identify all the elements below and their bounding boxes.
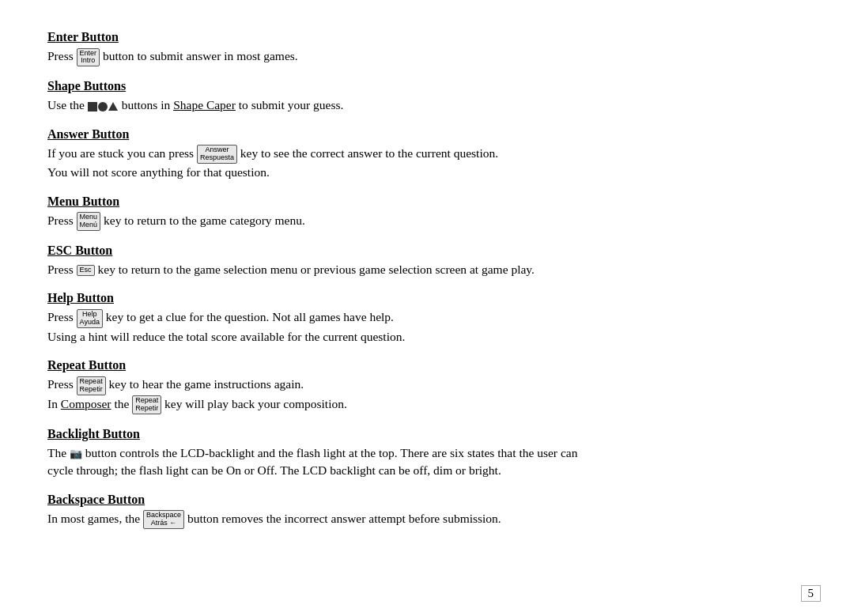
help-key: HelpAyuda [77, 309, 103, 328]
esc-key: Esc [77, 265, 95, 276]
page-number: 5 [801, 585, 822, 602]
backspace-button-body: In most games, the BackspaceAtrás ← butt… [47, 510, 807, 529]
section-repeat-button: Repeat Button Press RepeatRepetir key to… [47, 358, 807, 414]
section-backspace-button: Backspace Button In most games, the Back… [47, 493, 807, 529]
repeat-key-1: RepeatRepetir [77, 376, 106, 395]
answer-button-title: Answer Button [47, 127, 807, 142]
camera-icon: 📷 [70, 447, 82, 462]
repeat-key-2: RepeatRepetir [132, 395, 161, 414]
backspace-key: BackspaceAtrás ← [143, 510, 184, 529]
section-backlight-button: Backlight Button The 📷 button controls t… [47, 427, 807, 480]
menu-button-title: Menu Button [47, 195, 807, 209]
repeat-button-body: Press RepeatRepetir key to hear the game… [47, 376, 807, 414]
repeat-button-title: Repeat Button [47, 358, 807, 372]
esc-button-title: ESC Button [47, 244, 807, 258]
section-menu-button: Menu Button Press MenuMenú key to return… [47, 195, 807, 231]
menu-key: MenuMenú [77, 212, 101, 231]
section-esc-button: ESC Button Press Esc key to return to th… [47, 244, 807, 278]
backspace-button-title: Backspace Button [47, 493, 807, 507]
help-button-title: Help Button [47, 291, 807, 305]
shape-circle-icon [98, 102, 108, 111]
answer-key: AnswerRespuesta [197, 145, 237, 164]
page-content: Enter Button Press EnterIntro button to … [0, 0, 854, 572]
answer-button-body: If you are stuck you can press AnswerRes… [47, 145, 807, 182]
enter-button-title: Enter Button [47, 30, 807, 44]
shape-buttons-body: Use the buttons in Shape Caper to submit… [47, 96, 807, 114]
shape-caper-link: Shape Caper [173, 98, 236, 111]
shape-buttons-title: Shape Buttons [47, 79, 807, 93]
shape-triangle-icon [108, 102, 118, 111]
help-button-body: Press HelpAyuda key to get a clue for th… [47, 308, 807, 346]
section-enter-button: Enter Button Press EnterIntro button to … [47, 30, 807, 66]
section-help-button: Help Button Press HelpAyuda key to get a… [47, 291, 807, 346]
backlight-button-title: Backlight Button [47, 427, 807, 441]
shape-square-icon [88, 102, 97, 111]
backlight-button-body: The 📷 button controls the LCD-backlight … [47, 444, 807, 480]
enter-button-body: Press EnterIntro button to submit answer… [47, 47, 807, 66]
menu-button-body: Press MenuMenú key to return to the game… [47, 212, 807, 231]
enter-key: EnterIntro [77, 48, 100, 67]
esc-button-body: Press Esc key to return to the game sele… [47, 261, 807, 278]
section-answer-button: Answer Button If you are stuck you can p… [47, 127, 807, 182]
section-shape-buttons: Shape Buttons Use the buttons in Shape C… [47, 79, 807, 114]
composer-link: Composer [61, 397, 111, 410]
